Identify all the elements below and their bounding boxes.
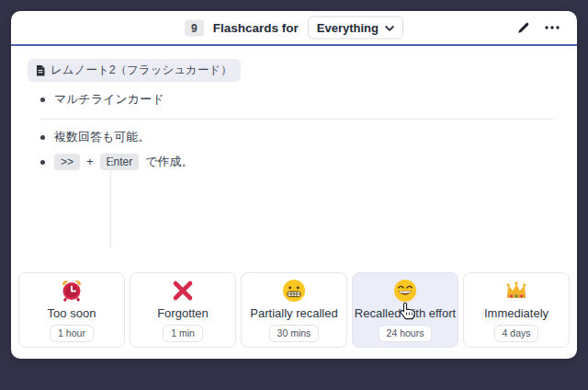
crown-icon <box>503 278 529 304</box>
edit-pencil-icon[interactable] <box>516 20 531 35</box>
flashcard-content: レムノート2（フラッシュカード） マルチラインカード 複数回答も可能。 >> +… <box>11 46 577 359</box>
interval-chip: 1 hour <box>50 325 94 343</box>
answer-immediately-button[interactable]: Immediately 4 days <box>463 272 570 348</box>
kbd-chip-enter: Enter <box>100 154 140 170</box>
card-back-text-1: 複数回答も可能。 <box>54 128 150 146</box>
answer-recalled-with-effort-button[interactable]: Recalled with effort 24 hours <box>352 272 458 348</box>
remaining-count-badge: 9 <box>185 19 204 36</box>
answer-label: Forgotten <box>157 306 209 320</box>
interval-chip: 1 min <box>163 325 203 343</box>
answer-button-row: Too soon 1 hour Forgotten 1 min <box>18 272 570 348</box>
bullet-dot <box>40 98 45 102</box>
card-back-line-2: >> + Enter で作成。 <box>40 153 562 171</box>
header-actions <box>516 20 560 35</box>
cross-mark-icon <box>171 278 195 304</box>
document-icon <box>36 65 45 76</box>
breadcrumb-label: レムノート2（フラッシュカード） <box>51 63 232 78</box>
front-back-divider <box>40 119 553 120</box>
queue-header-center: 9 Flashcards for Everything <box>185 17 403 40</box>
queue-title: Flashcards for <box>213 21 299 35</box>
flashcard-review-window: 9 Flashcards for Everything レムノート2 <box>11 11 577 359</box>
chevron-down-icon <box>385 21 394 35</box>
bullet-dot <box>40 160 45 165</box>
indent-guide-line <box>110 156 111 248</box>
scope-dropdown[interactable]: Everything <box>308 17 403 40</box>
queue-header: 9 Flashcards for Everything <box>11 11 577 44</box>
alarm-clock-icon <box>59 278 85 304</box>
answer-forgotten-button[interactable]: Forgotten 1 min <box>130 272 236 348</box>
card-front-line: マルチラインカード <box>40 90 562 109</box>
plus-separator: + <box>86 153 94 171</box>
breadcrumb[interactable]: レムノート2（フラッシュカード） <box>28 59 241 82</box>
bullet-dot <box>40 135 45 140</box>
grimacing-face-icon <box>282 278 306 304</box>
answer-label: Partially recalled <box>250 306 337 320</box>
card-back-text-2: >> + Enter で作成。 <box>54 153 194 171</box>
interval-chip: 4 days <box>494 325 539 343</box>
answer-label: Recalled with effort <box>355 306 456 320</box>
kbd-chip-arrows: >> <box>54 154 80 170</box>
answer-too-soon-button[interactable]: Too soon 1 hour <box>18 272 125 348</box>
answer-partially-recalled-button[interactable]: Partially recalled 30 mins <box>241 272 347 348</box>
card-front-text: マルチラインカード <box>54 90 164 109</box>
suffix-text: で作成。 <box>145 153 193 171</box>
ellipsis-menu-icon[interactable] <box>544 25 560 30</box>
answer-label: Too soon <box>48 306 96 320</box>
card-back-line-1: 複数回答も可能。 <box>40 128 562 146</box>
interval-chip: 24 hours <box>379 325 433 343</box>
scope-dropdown-label: Everything <box>317 21 379 35</box>
interval-chip: 30 mins <box>269 325 320 343</box>
answer-label: Immediately <box>484 306 548 320</box>
laughing-face-icon <box>393 278 417 304</box>
